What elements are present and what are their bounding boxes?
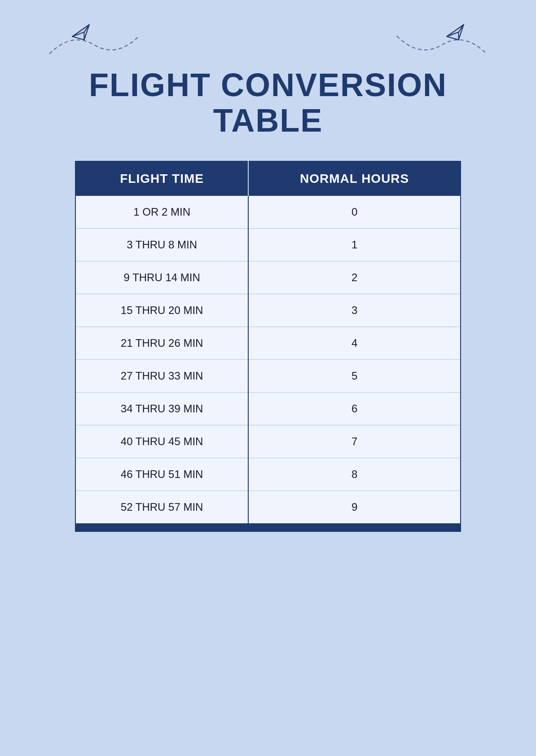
table-row: 40 THRU 45 MIN7	[75, 425, 461, 458]
table-row: 27 THRU 33 MIN5	[75, 360, 461, 393]
table-row: 34 THRU 39 MIN6	[75, 393, 461, 425]
normal-hours-cell: 4	[248, 327, 461, 360]
normal-hours-cell: 2	[248, 261, 461, 294]
flight-time-cell: 46 THRU 51 MIN	[75, 458, 248, 491]
table-row: 15 THRU 20 MIN3	[75, 294, 461, 327]
normal-hours-cell: 0	[248, 196, 461, 229]
dashed-path-right	[392, 27, 491, 58]
normal-hours-cell: 5	[248, 360, 461, 393]
table-footer-cell	[75, 523, 461, 531]
flight-time-cell: 15 THRU 20 MIN	[75, 294, 248, 327]
table-row: 1 OR 2 MIN0	[75, 196, 461, 229]
flight-time-header: FLIGHT TIME	[75, 161, 248, 196]
dashed-path-left	[45, 27, 144, 58]
flight-time-cell: 21 THRU 26 MIN	[75, 327, 248, 360]
top-decorations	[36, 18, 500, 58]
table-row: 46 THRU 51 MIN8	[75, 458, 461, 491]
normal-hours-header: NORMAL HOURS	[248, 161, 461, 196]
normal-hours-cell: 1	[248, 229, 461, 261]
normal-hours-cell: 9	[248, 491, 461, 524]
flight-time-cell: 52 THRU 57 MIN	[75, 491, 248, 524]
table-row: 9 THRU 14 MIN2	[75, 261, 461, 294]
flight-time-cell: 27 THRU 33 MIN	[75, 360, 248, 393]
table-footer-row	[75, 523, 461, 531]
page-title: FLIGHT CONVERSION TABLE	[89, 67, 447, 138]
table-row: 52 THRU 57 MIN9	[75, 491, 461, 524]
normal-hours-cell: 8	[248, 458, 461, 491]
normal-hours-cell: 7	[248, 425, 461, 458]
normal-hours-cell: 3	[248, 294, 461, 327]
right-plane-decoration	[392, 18, 491, 58]
conversion-table: FLIGHT TIME NORMAL HOURS 1 OR 2 MIN03 TH…	[75, 161, 461, 532]
flight-time-cell: 34 THRU 39 MIN	[75, 393, 248, 425]
table-row: 3 THRU 8 MIN1	[75, 229, 461, 261]
flight-time-cell: 9 THRU 14 MIN	[75, 261, 248, 294]
normal-hours-cell: 6	[248, 393, 461, 425]
table-row: 21 THRU 26 MIN4	[75, 327, 461, 360]
table-header-row: FLIGHT TIME NORMAL HOURS	[75, 161, 461, 196]
flight-time-cell: 3 THRU 8 MIN	[75, 229, 248, 261]
flight-time-cell: 40 THRU 45 MIN	[75, 425, 248, 458]
left-plane-decoration	[45, 18, 144, 58]
flight-time-cell: 1 OR 2 MIN	[75, 196, 248, 229]
